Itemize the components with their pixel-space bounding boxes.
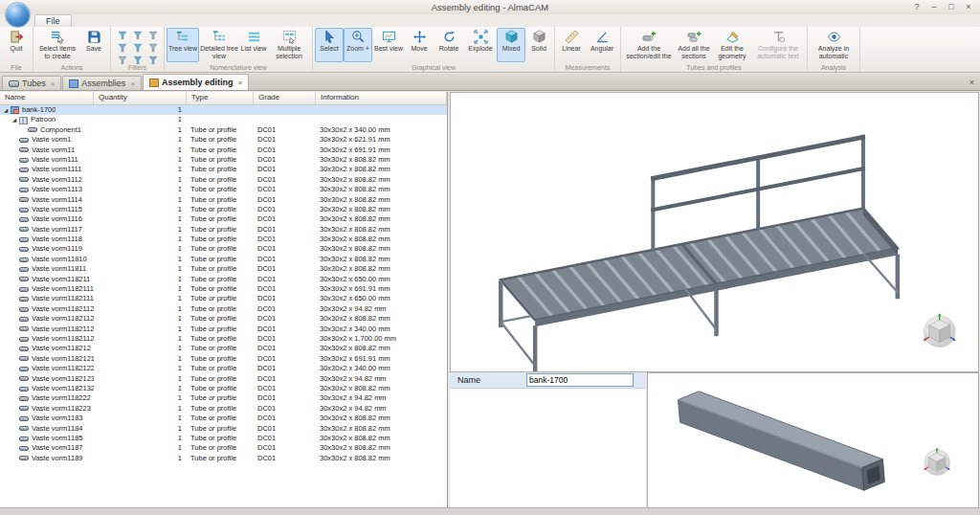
tab-close-icon[interactable]: × [130,79,135,88]
table-row[interactable]: Vaste vorm118211231Tube or profileDC0130… [0,325,447,334]
table-row[interactable]: Vaste vorm11821231Tube or profileDC0130x… [0,374,447,384]
table-row[interactable]: Vaste vorm11161Tube or profileDC0130x30x… [0,214,447,224]
filter-toggle[interactable] [145,42,160,54]
table-row[interactable]: Vaste vorm1182121Tube or profileDC0130x3… [0,344,447,353]
table-row[interactable]: Vaste vorm11821111Tube or profileDC0130x… [0,284,447,294]
tree-view-button[interactable]: Tree view [167,28,199,62]
row-grade: DC01 [254,244,316,254]
table-row[interactable]: Vaste vorm118211221Tube or profileDC0130… [0,314,447,324]
tab-assembly-editing[interactable]: Assembly editing × [143,74,249,90]
select-items-to-create-button[interactable]: Select items to create [35,28,79,62]
tube-icon [19,356,29,361]
table-row[interactable]: Vaste vorm11831Tube or profileDC0130x30x… [0,414,447,423]
angular-measure-button[interactable]: Angular [586,28,618,62]
row-name: Vaste vorm1119 [32,244,82,254]
save-button[interactable]: Save [79,28,108,62]
table-row[interactable]: Vaste vorm11891Tube or profileDC0130x30x… [0,454,447,463]
row-type: Tube or profile [187,393,254,403]
table-row[interactable]: ◢bank-17001 [0,105,447,115]
tab-close-icon[interactable]: × [51,79,56,88]
filter-toggle[interactable] [145,30,160,41]
row-information: 30x30x2 x 808.82 mm [316,225,447,235]
quit-button[interactable]: Quit [2,28,31,62]
row-quantity: 1 [94,314,187,324]
tab-tubes[interactable]: Tubes × [2,76,61,90]
table-row[interactable]: Vaste vorm11851Tube or profileDC0130x30x… [0,434,447,443]
table-row[interactable]: Vaste vorm111Tube or profileDC0130x30x2 … [0,146,447,155]
table-row[interactable]: Vaste vorm11821321Tube or profileDC0130x… [0,384,447,393]
file-ribbon-tab[interactable]: File [34,14,72,27]
detailed-tree-view-button[interactable]: Detailed tree view [199,28,239,62]
table-row[interactable]: Vaste vorm11141Tube or profileDC0130x30x… [0,195,447,205]
add-section-button[interactable]: Add the section/edit the materials [623,28,675,62]
table-row[interactable]: Vaste vorm118111Tube or profileDC0130x30… [0,264,447,274]
filter-toggle[interactable] [130,30,145,41]
table-row[interactable]: Vaste vorm118211241Tube or profileDC0130… [0,334,447,344]
table-row[interactable]: Vaste vorm11111Tube or profileDC0130x30x… [0,165,447,174]
table-row[interactable]: Vaste vorm11821221Tube or profileDC0130x… [0,364,447,373]
row-grade: DC01 [254,135,316,145]
minimize-button[interactable]: – [926,1,942,13]
table-row[interactable]: ◢Patroon1 [0,115,447,124]
table-row[interactable]: Vaste vorm1182221Tube or profileDC0130x3… [0,393,447,403]
orientation-cube[interactable] [924,313,956,347]
table-row[interactable]: Vaste vorm11131Tube or profileDC0130x30x… [0,185,447,194]
table-row[interactable]: Vaste vorm11121Tube or profileDC0130x30x… [0,175,447,185]
solid-button[interactable]: Solid [525,28,552,62]
table-row[interactable]: Vaste vorm11821121Tube or profileDC0130x… [0,304,447,314]
mixed-button[interactable]: Mixed [497,28,525,62]
filter-toggle[interactable] [115,42,129,54]
zoom-plus-button[interactable]: Zoom + [344,28,372,62]
table-row[interactable]: Vaste vorm11821211Tube or profileDC0130x… [0,354,447,364]
filter-toggle[interactable] [115,30,129,41]
table-row[interactable]: Vaste vorm11871Tube or profileDC0130x30x… [0,443,447,453]
column-header[interactable]: Information [316,92,447,104]
analyze-auto-button[interactable]: Analyze in automatic mode [810,28,858,62]
tab-close-icon[interactable]: × [238,78,243,87]
tab-strip-close-button[interactable]: × [969,78,974,87]
table-row[interactable]: Vaste vorm118211111Tube or profileDC0130… [0,294,447,303]
table-row[interactable]: Vaste vorm11151Tube or profileDC0130x30x… [0,205,447,214]
table-row[interactable]: Vaste vorm11191Tube or profileDC0130x30x… [0,244,447,254]
tube-icon [19,237,29,242]
maximize-button[interactable]: □ [944,1,959,13]
table-row[interactable]: Vaste vorm11841Tube or profileDC0130x30x… [0,424,447,434]
help-button[interactable]: ? [909,1,924,13]
table-row[interactable]: Vaste vorm11171Tube or profileDC0130x30x… [0,225,447,235]
multiple-selection-button[interactable]: Multiple selection [268,28,310,62]
rotate-button[interactable]: Rotate [434,28,464,62]
table-row[interactable]: Vaste vorm1182231Tube or profileDC0130x3… [0,404,447,414]
tube-preview-viewport[interactable] [647,372,979,508]
application-orb-button[interactable] [5,2,31,28]
expander-icon[interactable]: ◢ [2,105,10,115]
select-button[interactable]: Select [315,28,344,62]
add-all-sections-button[interactable]: Add all the sections [675,28,713,62]
tab-assemblies[interactable]: Assemblies × [62,76,142,90]
list-view-button[interactable]: List view [239,28,268,62]
row-type: Tube or profile [187,384,254,393]
column-header[interactable]: Grade [254,92,316,104]
table-row[interactable]: Component11Tube or profileDC0130x30x2 x … [0,125,447,135]
move-button[interactable]: Move [405,28,434,62]
tube-icon [19,297,29,302]
table-row[interactable]: Vaste vorm11181Tube or profileDC0130x30x… [0,235,447,244]
column-header[interactable]: Name [0,92,94,104]
assembly-3d-viewport[interactable] [450,92,979,372]
filter-toggle[interactable] [130,42,145,54]
row-type: Tube or profile [187,244,254,254]
expander-icon[interactable]: ◢ [11,115,18,124]
column-header[interactable]: Quantity [94,92,187,104]
name-input[interactable] [526,373,634,387]
explode-button[interactable]: Explode [464,28,497,62]
table-row[interactable]: Vaste vorm11Tube or profileDC0130x30x2 x… [0,135,447,145]
linear-measure-button[interactable]: Linear [557,28,586,62]
orientation-cube[interactable] [924,448,949,476]
configure-text-marking-button[interactable]: Configure the automatic text marking [751,28,805,62]
close-button[interactable]: × [961,1,976,13]
table-row[interactable]: Vaste vorm1182111Tube or profileDC0130x3… [0,275,447,284]
table-row[interactable]: Vaste vorm118101Tube or profileDC0130x30… [0,255,447,264]
edit-geometry-button[interactable]: Edit the geometry [713,28,751,62]
table-row[interactable]: Vaste vorm1111Tube or profileDC0130x30x2… [0,155,447,165]
column-header[interactable]: Type [187,92,254,104]
best-view-button[interactable]: Best view [372,28,405,62]
